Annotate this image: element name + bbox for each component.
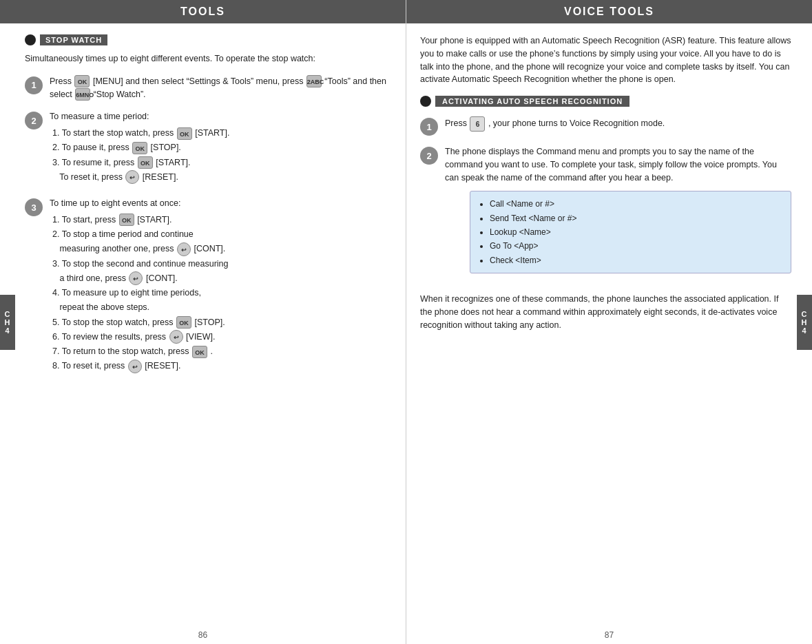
voice-step-2-content: The phone displays the Command menu and …	[445, 145, 791, 283]
command-item-3: Lookup <Name>	[490, 225, 782, 239]
right-conclusion: When it recognizes one of these commands…	[420, 293, 791, 331]
2abc-button-icon: 2ABC	[306, 75, 322, 87]
end-icon-s3h: ↩	[128, 360, 142, 373]
right-intro: Your phone is equipped with an Automatic…	[420, 34, 791, 86]
stop-watch-badge: STOP WATCH	[25, 34, 107, 45]
right-section-header: VOICE TOOLS	[406, 0, 812, 23]
voice-key-icon: 6	[470, 116, 485, 132]
step-2-number: 2	[25, 112, 43, 129]
step-1-content: Press OK [MENU] and then select “Setting…	[50, 75, 392, 101]
step-2-content: To measure a time period: 1. To start th…	[50, 110, 392, 187]
ok-icon-s2b: OK	[132, 142, 147, 154]
6mno-button-icon: 6MNO	[75, 88, 90, 101]
end-icon-s2d: ↩	[125, 170, 139, 184]
activating-badge: ACTIVATING AUTO SPEECH RECOGNITION	[420, 96, 629, 107]
ok-icon-s2a: OK	[177, 127, 192, 140]
voice-step-1: 1 Press 6 , your phone turns to Voice Re…	[420, 116, 791, 136]
ok-button-icon: OK	[74, 75, 90, 87]
voice-step-1-content: Press 6 , your phone turns to Voice Reco…	[445, 116, 791, 132]
chapter-tab-right: C H 4	[797, 295, 812, 350]
step-3-sublist: 1. To start, press OK [START]. 2. To sto…	[52, 213, 392, 374]
step-3: 3 To time up to eight events at once: 1.…	[25, 197, 392, 377]
right-page-number: 87	[406, 623, 812, 644]
end-icon-s3c: ↩	[129, 271, 143, 285]
command-item-5: Check <Item>	[490, 253, 782, 267]
command-list-box: Call <Name or #> Send Text <Name or #> L…	[470, 191, 791, 273]
voice-step-2: 2 The phone displays the Command menu an…	[420, 145, 791, 283]
right-content: Your phone is equipped with an Automatic…	[406, 23, 812, 623]
voice-step-2-number: 2	[420, 147, 438, 165]
step-3-number: 3	[25, 198, 43, 216]
command-item-2: Send Text <Name or #>	[490, 211, 782, 225]
ok-icon-s3g: OK	[192, 346, 207, 358]
chapter-tab-left: C H 4	[0, 295, 15, 350]
step-3-content: To time up to eight events at once: 1. T…	[50, 197, 392, 377]
left-page-number: 86	[0, 623, 406, 644]
command-list: Call <Name or #> Send Text <Name or #> L…	[479, 197, 782, 267]
left-content: STOP WATCH Simultaneously times up to ei…	[0, 23, 406, 623]
act-badge-circle-icon	[420, 96, 431, 107]
step-1: 1 Press OK [MENU] and then select “Setti…	[25, 75, 392, 101]
step-2-sublist: 1. To start the stop watch, press OK [ST…	[52, 126, 392, 185]
ok-icon-s3a: OK	[119, 214, 134, 226]
command-item-4: Go To <App>	[490, 239, 782, 253]
ok-icon-s2c: OK	[138, 156, 153, 169]
voice-step-1-number: 1	[420, 118, 438, 136]
step-1-number: 1	[25, 76, 43, 94]
left-section-header: TOOLS	[0, 0, 406, 23]
ok-icon-s3e: OK	[176, 316, 191, 329]
end-icon-s3b: ↩	[177, 242, 191, 256]
left-intro: Simultaneously times up to eight differe…	[25, 52, 392, 65]
badge-circle-icon	[25, 34, 36, 45]
step-2: 2 To measure a time period: 1. To start …	[25, 110, 392, 187]
command-item-1: Call <Name or #>	[490, 197, 782, 211]
end-icon-s3f: ↩	[169, 330, 183, 344]
